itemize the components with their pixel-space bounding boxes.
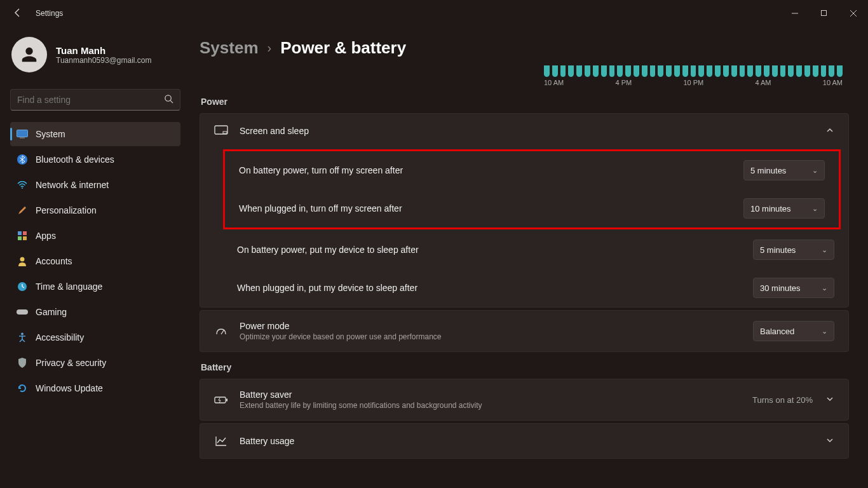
nav-label: Privacy & security xyxy=(36,358,106,368)
svg-rect-9 xyxy=(23,231,27,235)
window-title: Settings xyxy=(36,9,63,18)
clock-icon xyxy=(17,281,28,292)
svg-rect-20 xyxy=(226,399,227,402)
breadcrumb-parent[interactable]: System xyxy=(200,38,259,58)
screen-off-battery-dropdown[interactable]: 5 minutes ⌄ xyxy=(743,160,825,180)
chevron-down-icon xyxy=(825,436,834,447)
breadcrumb-current: Power & battery xyxy=(280,38,406,58)
svg-point-12 xyxy=(20,257,25,262)
update-icon xyxy=(17,383,28,394)
maximize-button[interactable] xyxy=(810,3,839,24)
gamepad-icon xyxy=(17,306,28,318)
svg-rect-5 xyxy=(20,138,25,139)
system-icon xyxy=(17,128,28,140)
svg-rect-11 xyxy=(23,236,27,240)
svg-rect-1 xyxy=(822,11,827,16)
chevron-down-icon: ⌄ xyxy=(812,205,818,213)
screen-off-plugged-row: When plugged in, turn off my screen afte… xyxy=(225,189,839,227)
screen-sleep-card: Screen and sleep On battery power, turn … xyxy=(200,113,849,308)
sleep-plugged-dropdown[interactable]: 30 minutes ⌄ xyxy=(753,278,834,298)
nav: System Bluetooth & devices Network & int… xyxy=(10,122,180,400)
nav-label: Network & internet xyxy=(36,180,109,190)
nav-time[interactable]: Time & language xyxy=(10,274,180,299)
search-box[interactable] xyxy=(10,89,180,111)
svg-line-18 xyxy=(221,330,224,334)
row-label: When plugged in, turn off my screen afte… xyxy=(239,203,402,214)
battery-usage-card: Battery usage xyxy=(200,423,849,459)
profile[interactable]: Tuan Manh Tuanmanh0593@gmail.com xyxy=(10,33,180,81)
power-mode-icon xyxy=(214,324,228,338)
svg-line-3 xyxy=(170,100,173,103)
chevron-up-icon xyxy=(825,126,834,137)
svg-point-7 xyxy=(22,187,23,189)
battery-usage-header[interactable]: Battery usage xyxy=(200,424,848,458)
nav-privacy[interactable]: Privacy & security xyxy=(10,351,180,375)
nav-label: Personalization xyxy=(36,205,97,215)
nav-label: Windows Update xyxy=(36,383,103,393)
nav-label: System xyxy=(36,129,65,139)
nav-label: Gaming xyxy=(36,307,67,317)
chart-bars xyxy=(544,63,849,77)
battery-usage-title: Battery usage xyxy=(240,436,814,446)
screen-off-plugged-dropdown[interactable]: 10 minutes ⌄ xyxy=(743,198,825,219)
back-button[interactable] xyxy=(13,8,23,20)
nav-network[interactable]: Network & internet xyxy=(10,173,180,197)
person-icon xyxy=(17,255,28,267)
nav-personalization[interactable]: Personalization xyxy=(10,198,180,222)
shield-icon xyxy=(17,357,28,369)
chevron-down-icon: ⌄ xyxy=(812,166,818,175)
nav-label: Apps xyxy=(36,231,56,241)
screen-icon xyxy=(214,124,228,138)
main: System › Power & battery 10 AM 4 PM 10 P… xyxy=(191,27,868,488)
battery-saver-card: Battery saver Extend battery life by lim… xyxy=(200,379,849,421)
screen-sleep-rows: On battery power, turn off my screen aft… xyxy=(200,149,848,307)
battery-saver-icon xyxy=(214,393,228,407)
chevron-down-icon: ⌄ xyxy=(822,284,827,292)
nav-accounts[interactable]: Accounts xyxy=(10,249,180,273)
apps-icon xyxy=(17,230,28,241)
power-mode-subtitle: Optimize your device based on power use … xyxy=(240,332,742,341)
wifi-icon xyxy=(17,179,28,191)
row-label: On battery power, put my device to sleep… xyxy=(237,245,419,255)
search-icon xyxy=(164,94,173,105)
sleep-plugged-row: When plugged in, put my device to sleep … xyxy=(200,269,848,307)
nav-apps[interactable]: Apps xyxy=(10,224,180,248)
battery-chart: 10 AM 4 PM 10 PM 4 AM 10 AM xyxy=(200,63,849,86)
avatar xyxy=(11,37,47,72)
screen-sleep-header[interactable]: Screen and sleep xyxy=(200,114,848,148)
battery-saver-header[interactable]: Battery saver Extend battery life by lim… xyxy=(200,379,848,420)
nav-accessibility[interactable]: Accessibility xyxy=(10,325,180,349)
nav-label: Bluetooth & devices xyxy=(36,154,114,165)
chevron-down-icon xyxy=(825,395,834,405)
battery-saver-title: Battery saver xyxy=(240,390,741,400)
highlight-box: On battery power, turn off my screen aft… xyxy=(223,149,841,229)
battery-saver-subtitle: Extend battery life by limiting some not… xyxy=(240,401,741,410)
screen-sleep-title: Screen and sleep xyxy=(240,126,814,136)
svg-point-15 xyxy=(21,333,24,336)
sleep-battery-row: On battery power, put my device to sleep… xyxy=(200,231,848,269)
nav-bluetooth[interactable]: Bluetooth & devices xyxy=(10,147,180,172)
svg-rect-8 xyxy=(18,231,22,235)
row-label: On battery power, turn off my screen aft… xyxy=(239,165,403,175)
sleep-battery-dropdown[interactable]: 5 minutes ⌄ xyxy=(753,240,834,260)
nav-update[interactable]: Windows Update xyxy=(10,376,180,400)
nav-label: Accounts xyxy=(36,256,72,266)
power-mode-dropdown[interactable]: Balanced ⌄ xyxy=(753,321,834,341)
nav-gaming[interactable]: Gaming xyxy=(10,300,180,324)
close-button[interactable] xyxy=(839,3,868,24)
nav-label: Time & language xyxy=(36,281,102,292)
chevron-down-icon: ⌄ xyxy=(822,327,827,336)
titlebar-left: Settings xyxy=(13,8,63,20)
screen-off-battery-row: On battery power, turn off my screen aft… xyxy=(225,151,839,189)
search-input[interactable] xyxy=(17,95,164,105)
minimize-button[interactable] xyxy=(780,3,810,24)
brush-icon xyxy=(17,205,28,216)
nav-system[interactable]: System xyxy=(10,122,180,146)
power-mode-header[interactable]: Power mode Optimize your device based on… xyxy=(200,311,848,351)
battery-saver-status: Turns on at 20% xyxy=(752,395,813,405)
svg-rect-14 xyxy=(17,309,28,315)
svg-point-2 xyxy=(165,95,171,101)
svg-rect-17 xyxy=(223,132,227,133)
profile-name: Tuan Manh xyxy=(56,45,151,56)
section-power: Power xyxy=(201,97,849,107)
